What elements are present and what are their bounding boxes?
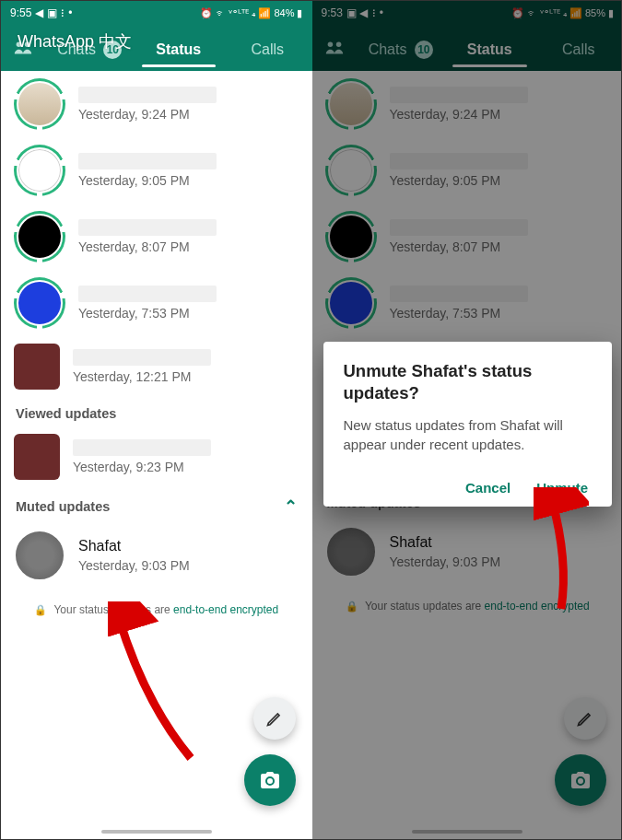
status-row[interactable]: Yesterday, 12:21 PM — [1, 336, 312, 397]
status-name-redacted — [78, 219, 217, 236]
lock-icon: 🔒 — [34, 604, 47, 615]
status-name-redacted — [390, 219, 528, 236]
status-time: Yesterday, 8:07 PM — [390, 239, 611, 254]
chats-unread-badge: 10 — [415, 41, 433, 59]
status-row[interactable]: Yesterday, 9:05 PM — [1, 137, 312, 204]
svg-point-2 — [327, 42, 333, 48]
encryption-notice: 🔒 Your status updates are end-to-end enc… — [312, 585, 623, 627]
article-watermark: WhatsApp 中文 — [18, 30, 132, 52]
status-time: Yesterday, 12:21 PM — [73, 369, 299, 384]
status-name-redacted — [73, 349, 211, 366]
fab-text-status[interactable] — [564, 697, 606, 740]
chevron-up-icon: ⌃ — [284, 496, 298, 517]
tab-chats[interactable]: Chats 10 — [357, 28, 446, 68]
dialog-body: New status updates from Shafat will appe… — [344, 415, 593, 454]
status-time: Yesterday, 9:23 PM — [73, 460, 299, 474]
tab-status[interactable]: Status — [135, 29, 224, 67]
svg-point-3 — [335, 42, 341, 48]
status-name-redacted — [78, 286, 217, 302]
status-name-redacted — [73, 439, 211, 456]
fab-camera-status[interactable] — [555, 754, 606, 806]
status-name-redacted — [390, 87, 528, 103]
status-ring-icon — [14, 211, 65, 262]
status-ring-icon — [14, 277, 65, 329]
fab-text-status[interactable] — [253, 697, 296, 740]
community-icon[interactable] — [312, 40, 357, 56]
status-ring-icon — [14, 78, 65, 130]
status-time: Yesterday, 7:53 PM — [390, 306, 611, 321]
status-time: Yesterday, 8:07 PM — [78, 239, 299, 254]
statusbar-time: 9:55 — [10, 6, 31, 19]
statusbar-left-icons: ▣ ◀ ⫶ • — [346, 6, 383, 19]
status-ring-icon — [14, 145, 65, 196]
status-time: Yesterday, 9:24 PM — [78, 107, 299, 122]
whatsapp-tabs: Chats 10 Status Calls — [312, 25, 623, 71]
status-time: Yesterday, 9:05 PM — [78, 173, 299, 188]
status-ring-icon — [325, 526, 377, 578]
status-name-redacted — [390, 286, 528, 302]
tab-calls[interactable]: Calls — [223, 29, 312, 67]
status-ring-icon — [325, 277, 377, 329]
status-row[interactable]: Yesterday, 8:07 PM — [312, 204, 623, 270]
status-time: Yesterday, 7:53 PM — [78, 306, 299, 321]
status-name-redacted — [78, 87, 217, 103]
fab-camera-status[interactable] — [244, 754, 296, 806]
status-ring-icon — [14, 344, 60, 390]
lock-icon: 🔒 — [346, 601, 358, 612]
nav-handle[interactable] — [412, 830, 522, 834]
status-row[interactable]: Yesterday, 9:05 PM — [312, 137, 623, 204]
status-row[interactable]: Yesterday, 9:23 PM — [1, 426, 312, 487]
tab-calls[interactable]: Calls — [534, 29, 623, 67]
status-row[interactable]: Yesterday, 9:24 PM — [312, 71, 623, 137]
status-name: Shafat — [390, 534, 611, 551]
screenshot-left: 9:55 ◀ ▣ ⫶ • ⏰ ᯤ ᵛᵒᴸᵀᴱ ₄ 📶 84% ▮ WhatsAp… — [1, 1, 312, 839]
status-name-redacted — [78, 153, 217, 169]
status-time: Yesterday, 9:03 PM — [78, 558, 299, 573]
status-row-muted[interactable]: Shafat Yesterday, 9:03 PM — [1, 522, 312, 589]
status-row[interactable]: Yesterday, 8:07 PM — [1, 204, 312, 270]
status-time: Yesterday, 9:03 PM — [390, 554, 611, 569]
status-ring-icon — [325, 78, 377, 130]
android-statusbar: 9:55 ◀ ▣ ⫶ • ⏰ ᯤ ᵛᵒᴸᵀᴱ ₄ 📶 84% ▮ — [1, 1, 312, 25]
status-row[interactable]: Yesterday, 7:53 PM — [312, 270, 623, 336]
status-ring-icon — [14, 434, 60, 480]
status-list: Yesterday, 9:24 PM Yesterday, 9:05 PM Ye… — [1, 71, 312, 631]
status-ring-icon — [14, 530, 65, 581]
status-name: Shafat — [78, 538, 299, 554]
unmute-button[interactable]: Unmute — [536, 480, 588, 496]
encryption-notice: 🔒 Your status updates are end-to-end enc… — [1, 589, 312, 631]
section-viewed-updates: Viewed updates — [1, 397, 312, 426]
status-ring-icon — [325, 145, 377, 196]
unmute-dialog: Unmute Shafat's status updates? New stat… — [323, 342, 613, 507]
statusbar-time: 9:53 — [322, 6, 343, 19]
encryption-link[interactable]: end-to-end encrypted — [485, 600, 590, 612]
statusbar-left-icons: ◀ ▣ ⫶ • — [35, 6, 72, 19]
android-statusbar: 9:53 ▣ ◀ ⫶ • ⏰ ᯤ ᵛᵒᴸᵀᴱ ₄ 📶 85% ▮ — [312, 1, 623, 25]
nav-handle[interactable] — [101, 830, 212, 834]
statusbar-right-icons: ⏰ ᯤ ᵛᵒᴸᵀᴱ ₄ 📶 84% ▮ — [200, 7, 302, 19]
status-name-redacted — [390, 153, 528, 169]
statusbar-right-icons: ⏰ ᯤ ᵛᵒᴸᵀᴱ ₄ 📶 85% ▮ — [511, 7, 614, 19]
status-row[interactable]: Yesterday, 9:24 PM — [1, 71, 312, 137]
screenshot-right: 9:53 ▣ ◀ ⫶ • ⏰ ᯤ ᵛᵒᴸᵀᴱ ₄ 📶 85% ▮ Chats 1… — [312, 1, 623, 839]
cancel-button[interactable]: Cancel — [465, 480, 511, 496]
encryption-link[interactable]: end-to-end encrypted — [173, 603, 278, 616]
status-row-muted[interactable]: Shafat Yesterday, 9:03 PM — [312, 519, 623, 585]
status-time: Yesterday, 9:24 PM — [390, 107, 611, 122]
dialog-title: Unmute Shafat's status updates? — [344, 360, 593, 404]
tab-status[interactable]: Status — [445, 29, 534, 67]
status-row[interactable]: Yesterday, 7:53 PM — [1, 270, 312, 336]
status-time: Yesterday, 9:05 PM — [390, 173, 611, 188]
section-muted-updates[interactable]: Muted updates ⌃ — [1, 487, 312, 522]
status-ring-icon — [325, 211, 377, 262]
